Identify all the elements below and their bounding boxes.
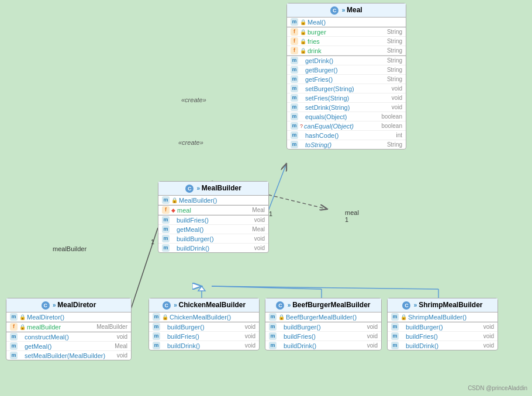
bbmb-buildBurger-type: void — [367, 324, 378, 330]
smb-icon: C — [402, 301, 410, 310]
badge-m-setDrink: m — [291, 103, 298, 111]
smb-buildBurger-type: void — [483, 324, 494, 330]
badge-cmb-bb: m — [153, 323, 160, 331]
setBurger-row: m setBurger(String) void — [287, 84, 406, 93]
badge-smb-bd: m — [391, 342, 399, 349]
badge-f-md-mb: f — [10, 323, 18, 331]
buildFries-mb-row: m buildFries() void — [158, 216, 268, 225]
smb-ctor: ShrimpMealBuilder() — [408, 314, 494, 321]
lock-md-ctor: 🔒 — [19, 314, 26, 320]
mealbuilder-field-row: f 🔒 mealBuilder MealBuilder — [6, 322, 131, 332]
cmb-buildFries-type: void — [245, 333, 255, 339]
lock-fries: 🔒 — [300, 39, 306, 44]
setMealBuilder-method: setMealBuilder(MealBuilder) — [25, 352, 112, 359]
bbmb-buildBurger-row: m buildBurger() void — [265, 322, 381, 332]
getMeal-md-row: m getMeal() Meal — [6, 342, 131, 351]
cmb-buildFries: buildFries() — [167, 333, 240, 340]
lock-icon: 🔒 — [300, 19, 306, 25]
badge-f-drink: f — [291, 47, 298, 54]
beefburgermealbuilder-class: C » BeefBurgerMealBuilder m 🔒 BeefBurger… — [265, 298, 382, 350]
meal-header: C » Meal — [287, 4, 406, 18]
meal-constructor: Meal() — [308, 19, 402, 26]
badge-smb-ctor: m — [391, 313, 399, 321]
one-assoc-left-label: 1 — [269, 210, 272, 217]
badge-m-getDrink: m — [291, 57, 298, 64]
equals-type: boolean — [381, 113, 402, 120]
badge-mb-buildBurger: m — [162, 235, 170, 242]
badge-md-setMB: m — [10, 352, 18, 359]
drink-type: String — [387, 47, 402, 54]
canEqual-type: boolean — [381, 123, 402, 129]
getMeal-md: getMeal() — [25, 343, 110, 350]
lock-smb-ctor: 🔒 — [400, 314, 407, 320]
smb-buildFries-type: void — [483, 333, 494, 339]
field-access-icon: ◆ — [171, 207, 175, 213]
bbmb-buildDrink: buildDrink() — [284, 342, 362, 349]
bbmb-buildFries: buildFries() — [284, 333, 362, 340]
badge-m-setBurger: m — [291, 85, 298, 92]
buildDrink-mb-row: m buildDrink() void — [158, 244, 268, 252]
badge-m-getFries: m — [291, 75, 298, 83]
svg-line-10 — [212, 286, 322, 289]
badge-md-constr: m — [10, 333, 18, 341]
setDrink-type: void — [392, 104, 402, 110]
bbmb-ctor-row: m 🔒 BeefBurgerMealBuilder() — [265, 312, 381, 322]
smb-ctor-row: m 🔒 ShrimpMealBuilder() — [388, 312, 498, 322]
canEqual-method: canEqual(Object) — [304, 123, 376, 130]
badge-md-getMeal: m — [10, 342, 18, 350]
smb-buildFries: buildFries() — [406, 333, 479, 340]
bbmb-ctor: BeefBurgerMealBuilder() — [286, 314, 378, 321]
meal-builder-label: mealBuilder — [53, 245, 87, 252]
getFries-method: getFries() — [305, 76, 382, 83]
cmb-icon: C — [163, 301, 171, 310]
getDrink-row: m getDrink() String — [287, 56, 406, 65]
mealbuilder-class: C » MealBuilder m 🔒 MealBuilder() f ◆ me… — [158, 181, 269, 253]
badge-smb-bf: m — [391, 332, 399, 340]
svg-line-13 — [212, 286, 438, 289]
getFries-type: String — [387, 76, 402, 82]
meal-class-icon: C — [330, 6, 338, 15]
mealdiretor-icon: C — [42, 301, 50, 310]
mealbuilder-header: C » MealBuilder — [158, 182, 268, 196]
badge-smb-bb: m — [391, 323, 399, 331]
drink-field: drink — [308, 47, 382, 54]
one-assoc-right-label: 1 — [345, 216, 348, 223]
bbmb-name: BeefBurgerMealBuilder — [292, 301, 370, 309]
mealdiretor-ctor: MealDiretor() — [27, 314, 127, 321]
chickenmealbuilder-class: C » ChickenMealBuilder m 🔒 ChickenMealBu… — [148, 298, 260, 350]
getBurger-method: getBurger() — [305, 67, 382, 74]
setBurger-type: void — [392, 85, 402, 92]
constructMeal-row: m constructMeal() void — [6, 332, 131, 342]
bbmb-buildBurger: buildBurger() — [284, 324, 362, 331]
diagram: «create» mealBuilder 1 1 1 meal 1 «creat… — [0, 0, 532, 396]
lock-cmb-ctor: 🔒 — [162, 314, 168, 320]
constructMeal-method: constructMeal() — [25, 334, 112, 341]
cmb-ctor: ChickenMealBuilder() — [170, 314, 255, 321]
mealbuilder-icon: C — [185, 185, 194, 193]
badge-md-ctor: m — [10, 313, 18, 321]
buildDrink-mb: buildDrink() — [177, 245, 250, 252]
getMeal-md-type: Meal — [115, 343, 127, 349]
badge-cmb-bd: m — [153, 342, 160, 349]
smb-name: ShrimpMealBuilder — [419, 301, 482, 309]
setFries-type: void — [392, 95, 402, 101]
create-label: «create» — [181, 96, 206, 103]
smb-header: C » ShrimpMealBuilder — [388, 298, 498, 312]
getDrink-type: String — [387, 57, 402, 64]
getBurger-type: String — [387, 67, 402, 73]
fries-type: String — [387, 38, 402, 44]
setMealBuilder-type: void — [117, 352, 127, 359]
toString-row: m toString() String — [287, 140, 406, 149]
meal-field-mb: meal — [177, 207, 247, 214]
badge-mb-buildFries: m — [162, 216, 170, 224]
meal-field-label: meal — [345, 209, 359, 216]
buildBurger-mb-type: void — [254, 235, 265, 242]
mealdiretor-name: MealDiretor — [57, 301, 96, 309]
canEqual-row: m ? canEqual(Object) boolean — [287, 121, 406, 131]
setDrink-method: setDrink(String) — [305, 104, 387, 111]
cmb-ctor-row: m 🔒 ChickenMealBuilder() — [149, 312, 259, 322]
equals-row: m equals(Object) boolean — [287, 112, 406, 121]
meal-field-type: Meal — [252, 207, 265, 213]
burger-field-row: f 🔒 burger String — [287, 27, 406, 37]
hashCode-type: int — [396, 132, 402, 138]
